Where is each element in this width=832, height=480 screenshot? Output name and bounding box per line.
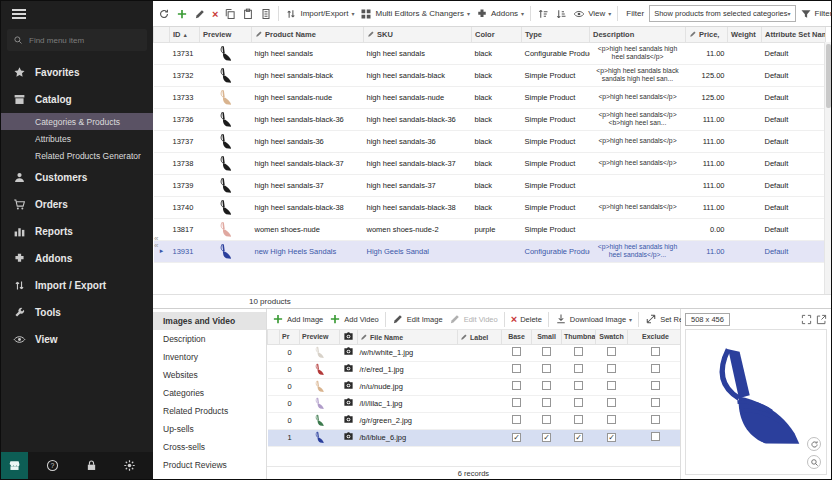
swatch-checkbox[interactable] xyxy=(607,381,616,390)
column-header-preview[interactable]: Preview xyxy=(300,330,340,344)
tab-categories[interactable]: Categories xyxy=(153,384,266,402)
column-header-exclude[interactable]: Exclude xyxy=(628,330,681,344)
small-checkbox[interactable] xyxy=(542,364,551,373)
exclude-checkbox[interactable] xyxy=(651,347,660,356)
refresh-button[interactable] xyxy=(156,7,172,21)
swatch-checkbox[interactable]: ✓ xyxy=(607,433,616,442)
exclude-checkbox[interactable] xyxy=(651,432,660,441)
filters-menu-button[interactable]: Filters▾ xyxy=(798,7,832,21)
base-checkbox[interactable] xyxy=(512,347,521,356)
product-row[interactable]: 13731high heel sandalshigh heel sandalsb… xyxy=(154,42,826,64)
base-checkbox[interactable] xyxy=(512,415,521,424)
column-header-id[interactable]: ID▲ xyxy=(170,27,200,42)
sidebar-item-catalog[interactable]: Catalog xyxy=(1,86,153,113)
sort-desc-button[interactable] xyxy=(553,7,569,21)
base-checkbox[interactable] xyxy=(512,381,521,390)
exclude-checkbox[interactable] xyxy=(651,415,660,424)
column-header-color[interactable]: Color xyxy=(472,27,522,42)
small-checkbox[interactable]: ✓ xyxy=(542,433,551,442)
base-checkbox[interactable]: ✓ xyxy=(512,433,521,442)
column-header-product-name[interactable]: Product Name xyxy=(252,27,364,42)
tab-up-sells[interactable]: Up-sells xyxy=(153,420,266,438)
add-product-button[interactable] xyxy=(174,7,190,21)
hamburger-menu-button[interactable] xyxy=(1,1,153,27)
base-checkbox[interactable] xyxy=(512,364,521,373)
product-row[interactable]: 13817women shoes-nudewomen shoes-nude-2p… xyxy=(154,218,826,240)
lock-button[interactable] xyxy=(78,452,105,479)
column-header-price[interactable]: Price, xyxy=(686,27,728,42)
thumbnail-checkbox[interactable] xyxy=(574,364,583,373)
thumbnail-checkbox[interactable] xyxy=(574,347,583,356)
column-header-attribute-set[interactable]: Attribute Set Name xyxy=(762,27,826,42)
add-video-button[interactable]: Add Video xyxy=(327,312,380,326)
delete-image-button[interactable]: ×Delete xyxy=(509,313,544,325)
image-row[interactable]: 0/n/u/nude.jpg xyxy=(268,378,681,395)
multi-editors-menu-button[interactable]: Multi Editors & Changers▾ xyxy=(358,7,472,21)
sidebar-item-view[interactable]: View xyxy=(1,326,153,353)
swatch-checkbox[interactable] xyxy=(607,347,616,356)
preview-image[interactable] xyxy=(685,329,827,475)
product-row[interactable]: 13736high heel sandals-black-36high heel… xyxy=(154,108,826,130)
thumbnail-checkbox[interactable] xyxy=(574,381,583,390)
small-checkbox[interactable] xyxy=(542,381,551,390)
column-header-thumbnail[interactable]: Thumbna xyxy=(562,330,596,344)
image-row[interactable]: 0/g/r/green_2.jpg xyxy=(268,412,681,429)
rotate-button[interactable] xyxy=(807,437,821,451)
image-row[interactable]: 0/l/i/lilac_1.jpg xyxy=(268,395,681,412)
addons-menu-button[interactable]: Addons▾ xyxy=(474,7,526,21)
column-header-sku[interactable]: SKU xyxy=(364,27,472,42)
small-checkbox[interactable] xyxy=(542,398,551,407)
product-row[interactable]: 13732high heel sandals-blackhigh heel sa… xyxy=(154,64,826,86)
sidebar-item-categories-products[interactable]: Categories & Products xyxy=(1,113,153,130)
download-image-button[interactable]: Download Image▾ xyxy=(553,312,634,326)
duplicate-button[interactable] xyxy=(258,7,274,21)
help-button[interactable]: ? xyxy=(39,452,66,479)
delete-product-button[interactable]: × xyxy=(210,8,220,20)
image-row[interactable]: 0/w/h/white_1.jpg xyxy=(268,344,681,361)
column-header-base[interactable]: Base xyxy=(502,330,532,344)
column-header-swatch[interactable]: Swatch xyxy=(596,330,628,344)
tab-related-products[interactable]: Related Products xyxy=(153,402,266,420)
image-row[interactable]: 1/b/l/blue_6.jpg✓✓✓✓ xyxy=(268,429,681,446)
small-checkbox[interactable] xyxy=(542,415,551,424)
product-row[interactable]: ▸13931new High Heels SandalsHigh Geels S… xyxy=(154,240,826,262)
image-row[interactable]: 0/r/e/red_1.jpg xyxy=(268,361,681,378)
tab-cross-sells[interactable]: Cross-sells xyxy=(153,438,266,456)
scrollbar-thumb[interactable] xyxy=(826,44,831,108)
column-header[interactable] xyxy=(154,27,170,42)
copy-button[interactable] xyxy=(222,7,238,21)
sort-asc-button[interactable] xyxy=(535,7,551,21)
edit-image-button[interactable]: Edit Image xyxy=(390,312,445,326)
product-row[interactable]: 13733high heel sandals-nudehigh heel san… xyxy=(154,86,826,108)
open-external-button[interactable] xyxy=(816,314,827,325)
fullscreen-button[interactable] xyxy=(801,314,812,325)
sidebar-item-reports[interactable]: Reports xyxy=(1,218,153,245)
small-checkbox[interactable] xyxy=(542,347,551,356)
column-header[interactable] xyxy=(268,330,280,344)
sidebar-item-tools[interactable]: Tools xyxy=(1,299,153,326)
thumbnail-checkbox[interactable]: ✓ xyxy=(574,433,583,442)
exclude-checkbox[interactable] xyxy=(651,381,660,390)
product-row[interactable]: 13740high heel sandals-black-38high heel… xyxy=(154,196,826,218)
thumbnail-checkbox[interactable] xyxy=(574,398,583,407)
tab-description[interactable]: Description xyxy=(153,330,266,348)
column-header-file-name[interactable]: File Name xyxy=(358,330,458,344)
store-button[interactable] xyxy=(1,452,28,479)
base-checkbox[interactable] xyxy=(512,398,521,407)
sidebar-collapse-handle[interactable]: «« xyxy=(154,235,158,249)
swatch-checkbox[interactable] xyxy=(607,364,616,373)
column-header-label[interactable]: Label xyxy=(458,330,502,344)
add-image-button[interactable]: Add Image xyxy=(270,312,325,326)
sidebar-item-import-export[interactable]: Import / Export xyxy=(1,272,153,299)
thumbnail-checkbox[interactable] xyxy=(574,415,583,424)
sidebar-item-related-products-generator[interactable]: Related Products Generator xyxy=(1,147,153,164)
edit-product-button[interactable] xyxy=(192,7,208,21)
column-header-description[interactable]: Description xyxy=(590,27,686,42)
sidebar-item-favorites[interactable]: Favorites xyxy=(1,59,153,86)
sidebar-item-attributes[interactable]: Attributes xyxy=(1,130,153,147)
sidebar-item-addons[interactable]: Addons xyxy=(1,245,153,272)
column-header-weight[interactable]: Weight xyxy=(728,27,762,42)
product-row[interactable]: 13737high heel sandals-36high heel sanda… xyxy=(154,130,826,152)
column-header-type[interactable]: Type xyxy=(522,27,590,42)
product-row[interactable]: 13738high heel sandals-black-37high heel… xyxy=(154,152,826,174)
